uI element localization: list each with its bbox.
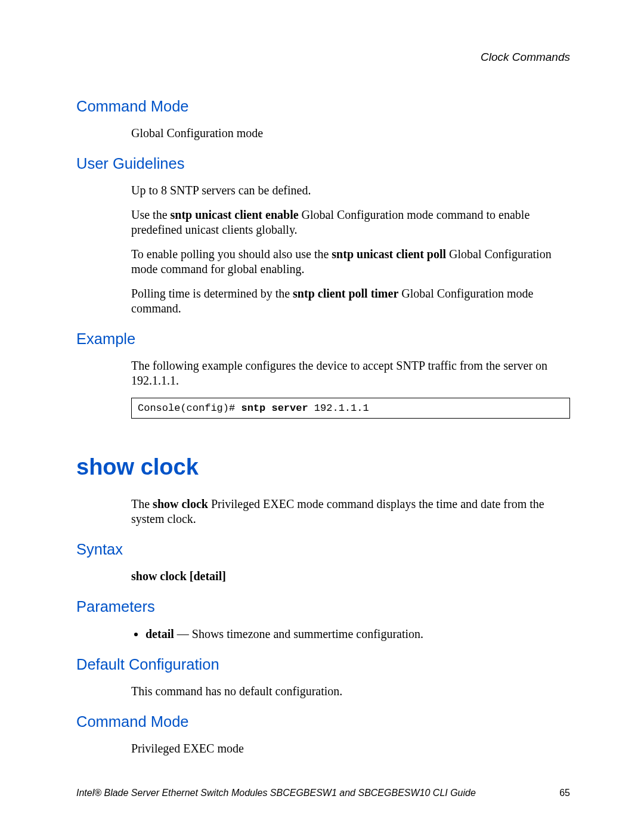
text: Global Configuration mode [131,126,570,141]
code-block: Console(config)# sntp server 192.1.1.1 [131,398,570,419]
text-run: The [131,497,153,510]
param-name: detail [145,627,174,640]
heading-show-clock: show clock [76,454,570,480]
text: Up to 8 SNTP servers can be defined. [131,183,570,198]
running-header: Clock Commands [481,51,570,64]
heading-example: Example [76,330,570,348]
syntax-line: show clock [detail] [131,569,570,584]
body-show-clock-intro: The show clock Privileged EXEC mode comm… [131,497,570,527]
body-default-configuration: This command has no default configuratio… [131,684,570,699]
parameter-list: detail — Shows timezone and summertime c… [131,626,570,642]
text-run: Polling time is determined by the [131,287,293,300]
page: Clock Commands Command Mode Global Confi… [0,0,644,833]
heading-parameters: Parameters [76,598,570,615]
text-run: Use the [131,208,171,221]
heading-syntax: Syntax [76,541,570,558]
text-run: To enable polling you should also use th… [131,247,332,261]
heading-command-mode-1: Command Mode [76,98,570,115]
text-bold: show clock [153,497,208,510]
text: Use the sntp unicast client enable Globa… [131,208,570,237]
heading-command-mode-2: Command Mode [76,713,570,730]
body-example: The following example configures the dev… [131,358,570,419]
code-arg: 192.1.1.1 [308,402,369,414]
text: The following example configures the dev… [131,358,570,388]
parameter-item: detail — Shows timezone and summertime c… [145,626,570,642]
body-parameters: detail — Shows timezone and summertime c… [131,626,570,642]
page-number: 65 [559,788,570,798]
page-content: Command Mode Global Configuration mode U… [76,83,570,766]
text: Privileged EXEC mode [131,741,570,756]
text: Polling time is determined by the sntp c… [131,286,570,316]
text-bold: sntp client poll timer [293,287,398,300]
text-bold: sntp unicast client poll [332,247,446,261]
text-bold: sntp unicast client enable [171,208,299,221]
code-command: sntp server [241,402,308,414]
text: To enable polling you should also use th… [131,247,570,277]
footer-title: Intel® Blade Server Ethernet Switch Modu… [76,788,476,798]
text: The show clock Privileged EXEC mode comm… [131,497,570,527]
page-footer: Intel® Blade Server Ethernet Switch Modu… [76,788,570,798]
code-prompt: Console(config)# [138,402,241,414]
body-command-mode-2: Privileged EXEC mode [131,741,570,756]
text: This command has no default configuratio… [131,684,570,699]
heading-user-guidelines: User Guidelines [76,155,570,172]
body-command-mode-1: Global Configuration mode [131,126,570,141]
heading-default-configuration: Default Configuration [76,656,570,673]
body-user-guidelines: Up to 8 SNTP servers can be defined. Use… [131,183,570,316]
body-syntax: show clock [detail] [131,569,570,584]
param-desc: — Shows timezone and summertime configur… [174,627,423,640]
